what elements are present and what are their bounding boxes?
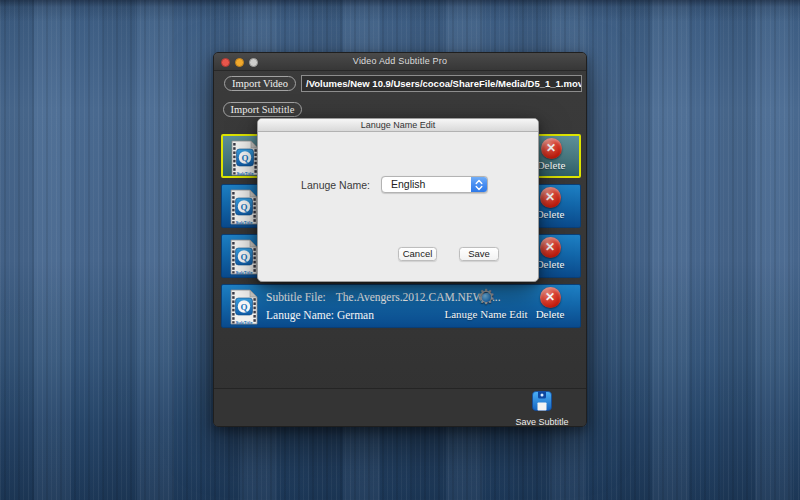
language-select[interactable]: English xyxy=(381,176,488,193)
subtitle-file-icon: Q SubTitle xyxy=(230,189,258,225)
subtitle-file-icon: Q SubTitle xyxy=(231,140,259,176)
delete-icon[interactable]: ✕ xyxy=(540,187,561,208)
delete-icon[interactable]: ✕ xyxy=(540,237,561,258)
svg-text:Q: Q xyxy=(240,302,247,312)
titlebar[interactable]: Video Add Subtitle Pro xyxy=(214,53,586,71)
svg-text:SubTitle: SubTitle xyxy=(236,171,254,176)
cancel-button[interactable]: Cancel xyxy=(398,247,437,261)
language-name-label: Lanuge Name: xyxy=(278,179,370,191)
svg-text:SubTitle: SubTitle xyxy=(235,320,253,325)
delete-icon[interactable]: ✕ xyxy=(541,138,562,159)
chevron-up-down-icon[interactable] xyxy=(471,177,487,192)
subtitle-file-icon: Q SubTitle xyxy=(230,239,258,275)
import-subtitle-button[interactable]: Import Subtitle xyxy=(223,102,302,117)
save-subtitle-icon xyxy=(532,391,552,411)
svg-text:Q: Q xyxy=(240,252,247,262)
subtitle-file-icon: Q SubTitle xyxy=(230,289,258,325)
delete-button[interactable]: ✕ Delete xyxy=(527,287,573,320)
svg-text:SubTitle: SubTitle xyxy=(235,270,253,275)
import-video-button[interactable]: Import Video xyxy=(224,76,296,91)
svg-text:Q: Q xyxy=(240,202,247,212)
language-name-line: Lanuge Name: German xyxy=(266,309,374,321)
gear-icon[interactable]: ⚙ xyxy=(474,286,498,308)
save-button[interactable]: Save xyxy=(459,247,499,261)
video-path-field[interactable]: /Volumes/New 10.9/Users/cocoa/ShareFile/… xyxy=(301,75,582,92)
svg-text:SubTitle: SubTitle xyxy=(235,220,253,225)
save-subtitle-button[interactable]: Save Subtitle xyxy=(506,391,578,427)
window-title: Video Add Subtitle Pro xyxy=(214,53,586,70)
language-selected-value: English xyxy=(391,177,425,192)
subtitle-row[interactable]: Q SubTitle Subtitle File:The.Avengers.20… xyxy=(221,284,581,328)
svg-text:Q: Q xyxy=(241,153,248,163)
subtitle-file-label: Subtitle File: xyxy=(266,291,326,303)
delete-icon[interactable]: ✕ xyxy=(540,287,561,308)
language-edit-dialog: Lanuge Name Edit Lanuge Name: English Ca… xyxy=(257,118,539,282)
footer-bar: Save Subtitle xyxy=(214,388,586,426)
dialog-title: Lanuge Name Edit xyxy=(258,119,538,132)
